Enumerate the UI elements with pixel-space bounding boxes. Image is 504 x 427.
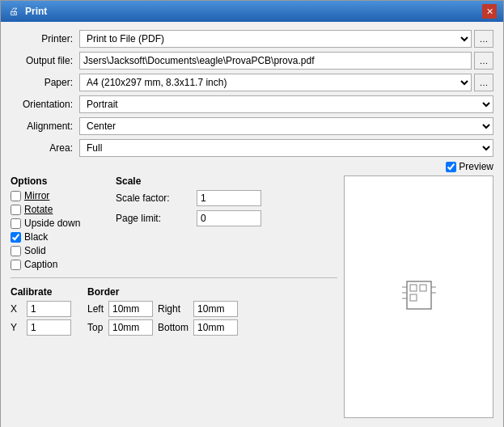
svg-rect-3 — [420, 285, 426, 291]
calibrate-y-input[interactable] — [27, 319, 71, 336]
alignment-row: Alignment: Center — [11, 117, 493, 135]
solid-row: Solid — [11, 245, 100, 256]
paper-row: Paper: A4 (210x297 mm, 8.3x11.7 inch) … — [11, 74, 493, 91]
area-label: Area: — [11, 142, 79, 154]
paper-control: A4 (210x297 mm, 8.3x11.7 inch) … — [79, 74, 493, 91]
scale-factor-row: Scale factor: — [116, 190, 337, 206]
calibrate-section: Calibrate X Y — [11, 286, 71, 338]
close-button[interactable]: ✕ — [482, 4, 497, 19]
area-select[interactable]: Full — [79, 139, 493, 157]
scale-factor-input[interactable] — [197, 190, 261, 206]
black-label[interactable]: Black — [24, 231, 48, 243]
border-right-input[interactable] — [193, 301, 238, 317]
divider — [11, 277, 337, 278]
solid-label[interactable]: Solid — [24, 245, 46, 256]
rotate-label[interactable]: Rotate — [24, 204, 53, 215]
mirror-row: Mirror — [11, 190, 100, 201]
border-top-label: Top — [87, 322, 104, 333]
black-checkbox[interactable] — [11, 232, 21, 243]
paper-label: Paper: — [11, 77, 79, 88]
scale-section: Scale Scale factor: Page limit: — [116, 175, 337, 273]
upside-down-label[interactable]: Upside down — [24, 218, 80, 229]
border-right-label: Right — [158, 303, 188, 315]
upside-down-row: Upside down — [11, 218, 100, 229]
page-limit-input[interactable] — [197, 210, 261, 226]
border-section: Border Left Right Top Bottom — [87, 286, 238, 338]
orientation-select[interactable]: Portrait — [79, 95, 493, 113]
printer-label: Printer: — [11, 33, 79, 44]
rotate-checkbox[interactable] — [11, 205, 21, 215]
border-bottom-input[interactable] — [193, 319, 238, 336]
options-title: Options — [11, 175, 100, 187]
title-bar-left: 🖨 Print — [7, 5, 47, 18]
page-limit-label: Page limit: — [116, 213, 197, 224]
printer-browse-button[interactable]: … — [474, 30, 493, 48]
scale-title: Scale — [116, 175, 337, 187]
pcb-icon — [399, 275, 439, 315]
svg-rect-1 — [410, 285, 417, 291]
options-section: Options Mirror Rotate Upside down — [11, 175, 100, 273]
page-limit-row: Page limit: — [116, 210, 337, 226]
pcb-preview-graphic — [399, 275, 439, 319]
orientation-label: Orientation: — [11, 99, 79, 110]
dialog-content: Printer: Print to File (PDF) … Output fi… — [1, 22, 503, 425]
preview-label-text: Preview — [459, 161, 493, 172]
area-row: Area: Full — [11, 139, 493, 157]
output-input[interactable] — [79, 52, 472, 70]
orientation-control: Portrait — [79, 95, 493, 113]
alignment-select[interactable]: Center — [79, 117, 493, 135]
mirror-label[interactable]: Mirror — [24, 190, 49, 201]
caption-row: Caption — [11, 259, 100, 270]
paper-browse-button[interactable]: … — [474, 74, 493, 91]
alignment-label: Alignment: — [11, 120, 79, 132]
printer-select[interactable]: Print to File (PDF) — [79, 30, 472, 48]
preview-label[interactable]: Preview — [446, 161, 493, 172]
calibrate-title: Calibrate — [11, 286, 71, 298]
title-bar: 🖨 Print ✕ — [1, 1, 503, 22]
scale-factor-label: Scale factor: — [116, 192, 197, 204]
calibrate-x-label: X — [11, 303, 27, 315]
bottom-cols: Calibrate X Y Border — [11, 283, 337, 338]
orientation-row: Orientation: Portrait — [11, 95, 493, 113]
preview-row: Preview — [11, 161, 493, 172]
solid-checkbox[interactable] — [11, 246, 21, 256]
options-scale-columns: Options Mirror Rotate Upside down — [11, 175, 337, 273]
output-label: Output file: — [11, 55, 79, 66]
print-dialog: 🖨 Print ✕ Printer: Print to File (PDF) …… — [0, 0, 504, 427]
border-top-input[interactable] — [108, 319, 153, 336]
left-panel: Options Mirror Rotate Upside down — [11, 175, 337, 418]
main-area: Options Mirror Rotate Upside down — [11, 175, 493, 418]
area-control: Full — [79, 139, 493, 157]
border-title: Border — [87, 286, 238, 298]
preview-checkbox[interactable] — [446, 162, 456, 172]
printer-row: Printer: Print to File (PDF) … — [11, 30, 493, 48]
black-row: Black — [11, 231, 100, 243]
caption-label[interactable]: Caption — [24, 259, 57, 270]
dialog-icon: 🖨 — [7, 5, 20, 18]
border-bottom-label: Bottom — [158, 322, 188, 333]
paper-select[interactable]: A4 (210x297 mm, 8.3x11.7 inch) — [79, 74, 472, 91]
mirror-checkbox[interactable] — [11, 191, 21, 201]
border-grid: Left Right Top Bottom — [87, 301, 238, 336]
border-left-label: Left — [87, 303, 104, 315]
output-control: … — [79, 52, 493, 70]
calibrate-x-row: X — [11, 301, 71, 317]
caption-checkbox[interactable] — [11, 260, 21, 270]
svg-rect-2 — [410, 294, 417, 301]
dialog-title: Print — [25, 6, 47, 17]
output-file-row: Output file: … — [11, 52, 493, 70]
printer-control: Print to File (PDF) … — [79, 30, 493, 48]
border-left-input[interactable] — [108, 301, 153, 317]
calibrate-x-input[interactable] — [27, 301, 71, 317]
output-browse-button[interactable]: … — [474, 52, 493, 70]
calibrate-y-label: Y — [11, 322, 27, 333]
rotate-row: Rotate — [11, 204, 100, 215]
preview-panel — [344, 175, 493, 418]
calibrate-y-row: Y — [11, 319, 71, 336]
upside-down-checkbox[interactable] — [11, 218, 21, 229]
alignment-control: Center — [79, 117, 493, 135]
